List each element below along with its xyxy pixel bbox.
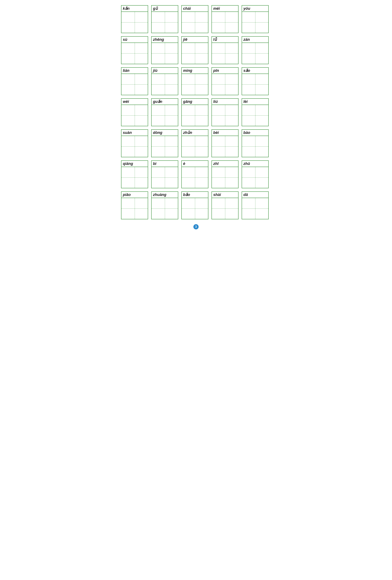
char-card-3-0: wèi bbox=[121, 98, 148, 126]
char-card-5-3: zhī bbox=[211, 160, 238, 188]
char-label-3-4: lèi bbox=[242, 99, 268, 105]
char-label-5-2: è bbox=[182, 161, 208, 167]
grid-row-6: piāozhuàngbǎoshàidā bbox=[121, 191, 271, 219]
char-card-6-4: dā bbox=[242, 191, 269, 219]
char-label-5-1: bì bbox=[152, 161, 178, 167]
char-card-2-1: jiù bbox=[151, 67, 178, 95]
char-writing-area-2-1 bbox=[152, 74, 178, 95]
page-number-area: 3 bbox=[121, 224, 271, 229]
char-label-4-4: bào bbox=[242, 130, 268, 136]
char-writing-area-1-2 bbox=[182, 43, 208, 64]
char-label-6-2: bǎo bbox=[182, 192, 208, 198]
char-label-6-3: shài bbox=[212, 192, 238, 198]
char-writing-area-6-2 bbox=[182, 198, 208, 219]
char-label-3-0: wèi bbox=[121, 99, 148, 105]
char-label-2-0: lián bbox=[121, 68, 148, 74]
char-writing-area-0-1 bbox=[152, 12, 178, 33]
char-label-1-2: jiē bbox=[182, 37, 208, 43]
char-card-2-0: lián bbox=[121, 67, 148, 95]
char-card-6-1: zhuàng bbox=[151, 191, 178, 219]
char-writing-area-1-4 bbox=[242, 43, 268, 64]
char-card-4-3: bèi bbox=[211, 129, 238, 157]
char-card-0-4: yóu bbox=[242, 5, 269, 33]
char-card-0-0: kǎn bbox=[121, 5, 148, 33]
char-card-6-2: bǎo bbox=[181, 191, 208, 219]
char-label-2-2: mìng bbox=[182, 68, 208, 74]
char-label-1-0: sù bbox=[121, 37, 148, 43]
char-writing-area-1-1 bbox=[152, 43, 178, 64]
char-writing-area-4-1 bbox=[152, 136, 178, 157]
char-writing-area-3-1 bbox=[152, 105, 178, 126]
char-card-0-2: chái bbox=[181, 5, 208, 33]
char-label-1-3: lǚ bbox=[212, 37, 238, 43]
char-writing-area-0-3 bbox=[212, 12, 238, 33]
grid-row-4: suàndòngzhǔnbèibào bbox=[121, 129, 271, 157]
char-writing-area-6-4 bbox=[242, 198, 268, 219]
char-writing-area-5-3 bbox=[212, 167, 238, 188]
char-card-1-3: lǚ bbox=[211, 36, 238, 64]
char-writing-area-0-4 bbox=[242, 12, 268, 33]
char-card-3-2: gāng bbox=[181, 98, 208, 126]
char-card-5-4: zhū bbox=[242, 160, 269, 188]
char-card-0-1: gǔ bbox=[151, 5, 178, 33]
char-writing-area-4-3 bbox=[212, 136, 238, 157]
char-card-6-0: piāo bbox=[121, 191, 148, 219]
char-card-3-4: lèi bbox=[242, 98, 269, 126]
page-content: kǎngǔcháiméiyóusùzhēngjiēlǚzánliánjiùmìn… bbox=[121, 5, 271, 229]
char-writing-area-3-3 bbox=[212, 105, 238, 126]
char-label-2-3: pīn bbox=[212, 68, 238, 74]
char-label-4-2: zhǔn bbox=[182, 130, 208, 136]
char-label-5-4: zhū bbox=[242, 161, 268, 167]
char-label-2-4: sǎo bbox=[242, 68, 268, 74]
char-label-1-1: zhēng bbox=[152, 37, 178, 43]
char-writing-area-3-2 bbox=[182, 105, 208, 126]
char-card-0-3: méi bbox=[211, 5, 238, 33]
char-label-6-0: piāo bbox=[121, 192, 148, 198]
char-writing-area-6-0 bbox=[121, 198, 148, 219]
char-writing-area-0-2 bbox=[182, 12, 208, 33]
char-writing-area-5-2 bbox=[182, 167, 208, 188]
char-card-1-2: jiē bbox=[181, 36, 208, 64]
char-writing-area-3-0 bbox=[121, 105, 148, 126]
char-writing-area-1-3 bbox=[212, 43, 238, 64]
char-writing-area-5-1 bbox=[152, 167, 178, 188]
char-writing-area-6-1 bbox=[152, 198, 178, 219]
char-label-5-3: zhī bbox=[212, 161, 238, 167]
card-grid: kǎngǔcháiméiyóusùzhēngjiēlǚzánliánjiùmìn… bbox=[121, 5, 271, 219]
char-writing-area-5-4 bbox=[242, 167, 268, 188]
char-card-1-1: zhēng bbox=[151, 36, 178, 64]
char-writing-area-3-4 bbox=[242, 105, 268, 126]
char-writing-area-2-3 bbox=[212, 74, 238, 95]
char-label-3-1: guǎn bbox=[152, 99, 178, 105]
char-label-6-1: zhuàng bbox=[152, 192, 178, 198]
char-label-0-0: kǎn bbox=[121, 5, 148, 12]
char-card-5-0: qiáng bbox=[121, 160, 148, 188]
char-card-2-4: sǎo bbox=[242, 67, 269, 95]
char-label-4-3: bèi bbox=[212, 130, 238, 136]
grid-row-1: sùzhēngjiēlǚzán bbox=[121, 36, 271, 64]
char-card-6-3: shài bbox=[211, 191, 238, 219]
char-label-4-1: dòng bbox=[152, 130, 178, 136]
char-card-2-2: mìng bbox=[181, 67, 208, 95]
char-label-0-3: méi bbox=[212, 5, 238, 12]
char-card-2-3: pīn bbox=[211, 67, 238, 95]
char-label-3-2: gāng bbox=[182, 99, 208, 105]
char-label-1-4: zán bbox=[242, 37, 268, 43]
char-writing-area-0-0 bbox=[121, 12, 148, 33]
char-writing-area-2-0 bbox=[121, 74, 148, 95]
page-number-circle: 3 bbox=[194, 224, 198, 229]
char-card-4-2: zhǔn bbox=[181, 129, 208, 157]
char-label-0-2: chái bbox=[182, 5, 208, 12]
char-card-3-1: guǎn bbox=[151, 98, 178, 126]
char-card-1-0: sù bbox=[121, 36, 148, 64]
char-writing-area-2-4 bbox=[242, 74, 268, 95]
char-writing-area-4-2 bbox=[182, 136, 208, 157]
char-label-5-0: qiáng bbox=[121, 161, 148, 167]
char-label-4-0: suàn bbox=[121, 130, 148, 136]
grid-row-5: qiángbìèzhīzhū bbox=[121, 160, 271, 188]
char-writing-area-2-2 bbox=[182, 74, 208, 95]
char-writing-area-4-4 bbox=[242, 136, 268, 157]
char-card-5-1: bì bbox=[151, 160, 178, 188]
char-card-4-4: bào bbox=[242, 129, 269, 157]
char-card-4-0: suàn bbox=[121, 129, 148, 157]
